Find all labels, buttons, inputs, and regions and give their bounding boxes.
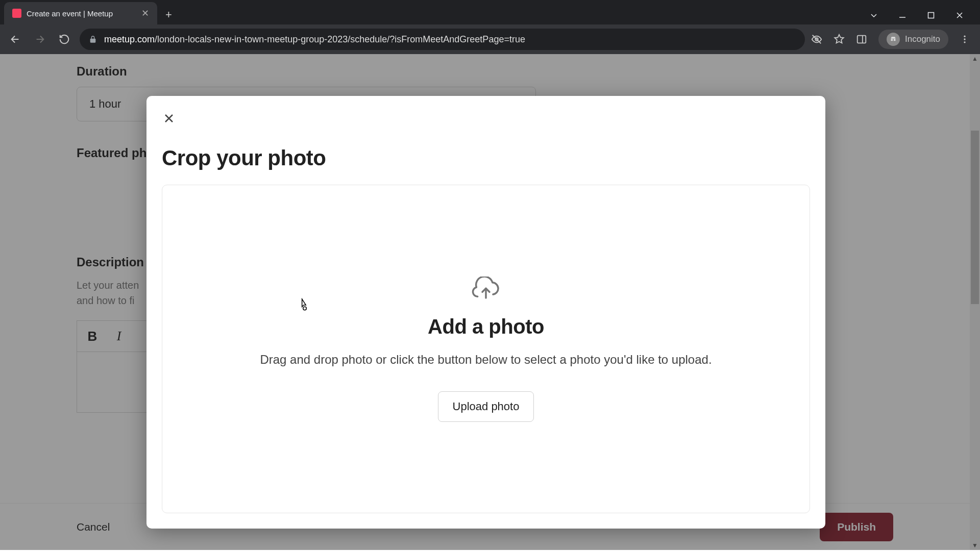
maximize-icon[interactable] <box>927 11 941 19</box>
close-tab-icon[interactable]: ✕ <box>141 9 149 18</box>
reload-button[interactable] <box>55 30 74 48</box>
browser-chrome: Create an event | Meetup ✕ + meetup.com/… <box>0 0 980 54</box>
new-tab-button[interactable]: + <box>157 8 180 24</box>
incognito-badge[interactable]: Incognito <box>878 30 948 49</box>
eye-off-icon[interactable] <box>811 34 822 45</box>
photo-dropzone[interactable]: Add a photo Drag and drop photo or click… <box>162 185 810 513</box>
incognito-icon <box>887 33 900 46</box>
bookmark-star-icon[interactable] <box>834 34 845 45</box>
svg-rect-0 <box>928 13 934 18</box>
minimize-icon[interactable] <box>898 11 913 19</box>
browser-tab[interactable]: Create an event | Meetup ✕ <box>4 2 157 24</box>
side-panel-icon[interactable] <box>856 34 867 45</box>
upload-photo-button[interactable]: Upload photo <box>438 391 534 422</box>
dropzone-subtext: Drag and drop photo or click the button … <box>260 353 712 367</box>
window-controls <box>870 11 980 24</box>
modal-title: Crop your photo <box>162 146 810 170</box>
url-text: meetup.com/london-locals-new-in-town-mee… <box>104 34 525 45</box>
svg-point-6 <box>964 38 965 40</box>
page-viewport: Duration 1 hour Featured ph Description … <box>0 54 980 550</box>
incognito-label: Incognito <box>905 34 940 44</box>
meetup-favicon <box>12 9 21 18</box>
window-close-icon[interactable] <box>955 11 970 19</box>
dropzone-title: Add a photo <box>428 315 544 338</box>
tab-bar: Create an event | Meetup ✕ + <box>0 0 980 24</box>
tab-title: Create an event | Meetup <box>27 9 136 18</box>
cloud-upload-icon <box>472 277 500 305</box>
forward-button[interactable] <box>31 30 49 48</box>
url-input[interactable]: meetup.com/london-locals-new-in-town-mee… <box>80 29 805 50</box>
lock-icon <box>89 35 97 43</box>
modal-close-button[interactable] <box>162 111 176 126</box>
address-bar: meetup.com/london-locals-new-in-town-mee… <box>0 24 980 54</box>
svg-rect-2 <box>857 36 866 43</box>
svg-point-4 <box>894 39 896 41</box>
svg-point-7 <box>964 41 965 43</box>
svg-point-3 <box>891 39 893 41</box>
tab-dropdown-icon[interactable] <box>870 11 884 19</box>
svg-point-5 <box>964 36 965 37</box>
back-button[interactable] <box>6 30 24 48</box>
crop-photo-modal: Crop your photo Add a photo Drag and dro… <box>146 96 825 529</box>
kebab-menu-icon[interactable] <box>960 34 970 44</box>
